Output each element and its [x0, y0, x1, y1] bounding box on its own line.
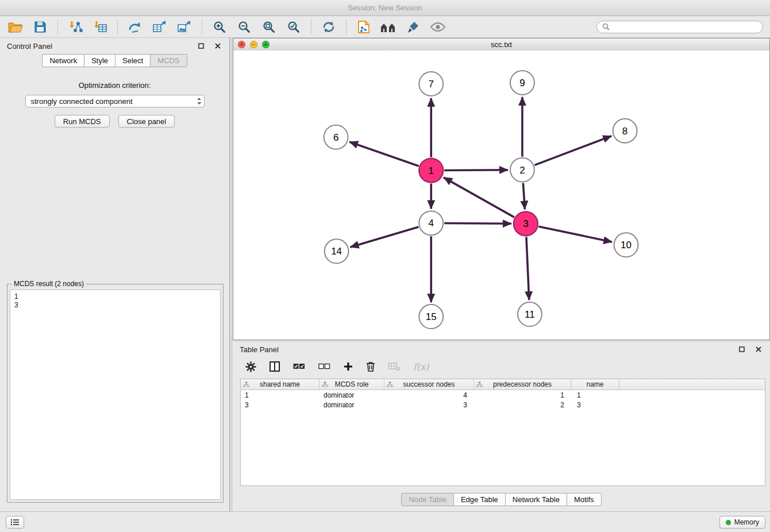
float-table-panel-button[interactable] [737, 345, 746, 354]
graph-node-label: 2 [519, 165, 525, 176]
column-header-shared-name[interactable]: shared name [241, 379, 319, 390]
cell-shared-name[interactable]: 3 [241, 401, 319, 409]
graph-node-4[interactable]: 4 [419, 211, 443, 235]
graph-node-3[interactable]: 3 [514, 211, 538, 236]
cell-name[interactable]: 1 [571, 391, 619, 399]
graph-node-8[interactable]: 8 [613, 119, 637, 143]
memory-status-icon [726, 520, 731, 525]
cell-successor-nodes[interactable]: 3 [384, 401, 474, 409]
memory-button[interactable]: Memory [719, 516, 765, 529]
criterion-dropdown[interactable]: strongly connected component [25, 95, 205, 107]
graph-node-10[interactable]: 10 [614, 233, 638, 257]
function-builder-button[interactable]: f(x) [413, 360, 429, 373]
zoom-selected-button[interactable] [284, 18, 303, 36]
zoom-in-button[interactable] [210, 18, 229, 36]
delete-table-button[interactable] [388, 360, 400, 373]
tab-network-table[interactable]: Network Table [505, 493, 567, 506]
graph-edge-2-8[interactable] [534, 136, 611, 165]
traffic-close-icon[interactable] [238, 41, 245, 48]
export-table-button[interactable] [150, 18, 170, 36]
tab-node-table[interactable]: Node Table [401, 493, 454, 506]
graph-edge-4-3[interactable] [444, 223, 511, 224]
network-graph[interactable]: 1234678910111415 [233, 51, 769, 340]
column-header-successor-nodes[interactable]: successor nodes [384, 379, 474, 390]
column-header-filler [619, 379, 765, 390]
zoom-out-button[interactable] [234, 18, 254, 36]
export-table-icon [152, 20, 167, 34]
graph-edge-3-1[interactable] [444, 178, 514, 217]
table-panel-title: Table Panel [240, 345, 730, 354]
refresh-layout-button[interactable] [319, 18, 338, 36]
cell-predecessor-nodes[interactable]: 1 [474, 391, 571, 399]
cell-mcds-role[interactable]: dominator [319, 391, 384, 399]
deselect-all-button[interactable] [318, 360, 330, 373]
column-header-mcds-role[interactable]: MCDS role [319, 379, 384, 390]
zoom-in-icon [213, 20, 226, 34]
application-window: Session: New Session [0, 0, 770, 532]
cell-predecessor-nodes[interactable]: 2 [474, 401, 571, 409]
graph-edge-1-6[interactable] [349, 142, 418, 166]
close-table-panel-button[interactable] [754, 345, 763, 354]
deselect-all-icon [318, 363, 330, 371]
traffic-zoom-icon[interactable] [262, 41, 270, 48]
toggle-columns-button[interactable] [270, 360, 280, 373]
export-network-button[interactable] [125, 18, 145, 36]
search-box[interactable] [596, 21, 763, 33]
toolbar-separator [202, 20, 202, 34]
graph-edge-3-11[interactable] [526, 237, 529, 300]
table-row[interactable]: 1 dominator 4 1 1 [241, 390, 765, 400]
float-panel-button[interactable] [197, 41, 206, 51]
cell-mcds-role[interactable]: dominator [319, 401, 384, 409]
graph-node-1[interactable]: 1 [419, 159, 443, 183]
delete-row-button[interactable] [366, 360, 375, 373]
graph-edge-2-3[interactable] [523, 183, 525, 209]
zoom-fit-button[interactable] [259, 18, 279, 36]
panel-toggle-button[interactable] [6, 516, 24, 529]
tab-mcds[interactable]: MCDS [150, 54, 187, 67]
export-image-button[interactable] [175, 18, 194, 36]
tab-style[interactable]: Style [84, 54, 116, 67]
graph-edge-1-2[interactable] [444, 170, 508, 171]
add-row-button[interactable] [344, 360, 353, 373]
graph-node-14[interactable]: 14 [325, 239, 349, 263]
mcds-result-list: 1 3 [10, 290, 221, 500]
graph-node-11[interactable]: 11 [518, 302, 542, 326]
graph-edge-3-10[interactable] [538, 226, 612, 242]
tab-edge-table[interactable]: Edge Table [453, 493, 506, 506]
network-canvas[interactable]: 1234678910111415 [233, 51, 769, 340]
paint-button[interactable] [403, 18, 423, 36]
column-header-predecessor-nodes[interactable]: predecessor nodes [474, 379, 571, 390]
run-mcds-button[interactable]: Run MCDS [55, 115, 110, 128]
tab-motifs[interactable]: Motifs [567, 493, 602, 506]
close-control-panel-button[interactable] [213, 41, 222, 51]
show-hide-button[interactable] [428, 18, 448, 36]
close-icon [756, 346, 761, 352]
table-row[interactable]: 3 dominator 3 2 3 [241, 400, 765, 410]
graph-node-6[interactable]: 6 [324, 125, 348, 149]
graph-edge-4-14[interactable] [351, 227, 419, 247]
document-network-button[interactable] [354, 18, 374, 36]
traffic-minimize-icon[interactable] [250, 41, 257, 48]
select-all-button[interactable] [293, 360, 305, 373]
graph-node-2[interactable]: 2 [510, 158, 534, 182]
save-icon [34, 21, 47, 33]
import-table-button[interactable] [90, 18, 110, 36]
column-header-name[interactable]: name [571, 379, 619, 390]
search-input[interactable] [613, 21, 757, 33]
graph-node-15[interactable]: 15 [419, 304, 443, 329]
close-panel-button[interactable]: Close panel [118, 115, 175, 128]
cell-successor-nodes[interactable]: 4 [384, 391, 474, 399]
tab-select[interactable]: Select [115, 54, 151, 67]
control-panel-title: Control Panel [7, 42, 189, 51]
column-settings-button[interactable] [245, 360, 256, 373]
network-view-window: scc.txt 1234678910111415 [233, 38, 770, 340]
cell-name[interactable]: 3 [571, 401, 619, 409]
tab-network[interactable]: Network [42, 54, 84, 67]
import-network-button[interactable] [66, 18, 85, 36]
graph-node-7[interactable]: 7 [419, 72, 443, 96]
cell-shared-name[interactable]: 1 [241, 391, 319, 399]
save-session-button[interactable] [30, 18, 50, 36]
first-neighbors-button[interactable] [379, 18, 398, 36]
open-session-button[interactable] [6, 18, 25, 36]
graph-node-9[interactable]: 9 [510, 71, 534, 95]
